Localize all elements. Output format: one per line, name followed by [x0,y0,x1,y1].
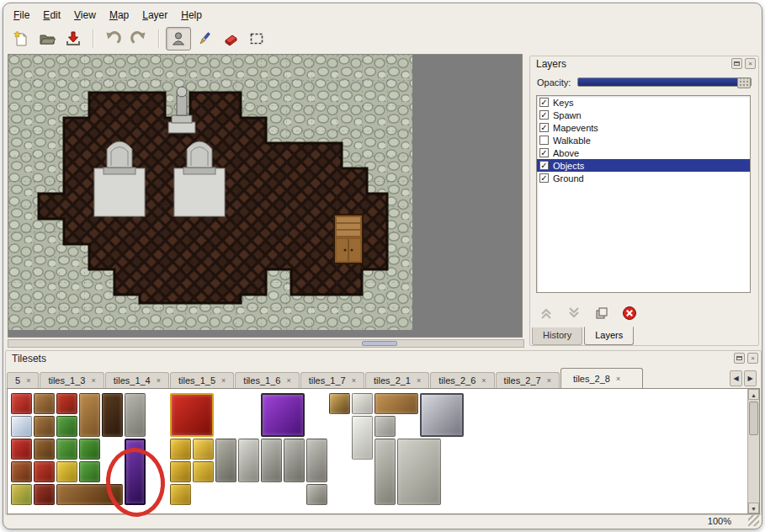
map-canvas[interactable] [8,54,523,338]
tileset-tab-tiles_2_1[interactable]: tiles_2_1× [365,372,429,388]
tile-purple-throne[interactable] [261,393,305,437]
tile-gold-bar[interactable] [170,484,191,505]
layer-visibility-checkbox[interactable]: ✓ [539,110,549,120]
tile-stone-urn[interactable] [306,484,327,505]
tab-close-icon[interactable]: × [286,376,290,385]
tileset-tab-tiles_1_4[interactable]: tiles_1_4× [105,372,169,388]
layer-row-walkable[interactable]: Walkable [537,134,750,146]
tab-close-icon[interactable]: × [26,376,30,385]
tab-close-icon[interactable]: × [547,376,551,385]
tile-stone-blocks[interactable] [397,439,441,505]
layer-row-objects[interactable]: ✓Objects [537,159,750,172]
tab-close-icon[interactable]: × [221,376,226,385]
tab-history[interactable]: History [532,327,582,345]
brush-tool-button[interactable] [192,27,217,51]
tile-stone-door[interactable] [125,393,146,437]
menu-layer[interactable]: Layer [135,7,174,24]
tileset-vscroll-handle[interactable] [749,402,758,435]
tileset-tab-tiles_2_6[interactable]: tiles_2_6× [430,372,494,388]
layer-visibility-checkbox[interactable]: ✓ [539,98,549,107]
tile-framed-picture[interactable] [329,393,350,414]
tileset-tab-tiles_1_7[interactable]: tiles_1_7× [300,372,364,388]
layers-panel-float-button[interactable] [731,58,742,69]
tile-book-stack[interactable] [11,461,32,482]
new-file-button[interactable] [8,27,34,51]
tile-silver-armor[interactable] [420,393,464,437]
tab-layers[interactable]: Layers [584,327,634,345]
tile-spinning-wheel-2[interactable] [34,416,55,437]
tileset-tab-tiles_2_8[interactable]: tiles_2_8× [560,368,643,388]
tileset-tab-tiles_1_6[interactable]: tiles_1_6× [235,372,299,388]
layer-visibility-checkbox[interactable]: ✓ [539,148,549,157]
layer-row-keys[interactable]: ✓Keys [537,96,750,109]
duplicate-layer-button[interactable] [592,304,612,322]
layer-visibility-checkbox[interactable]: ✓ [539,173,549,183]
menu-help[interactable]: Help [174,7,209,24]
tile-gold-treasure[interactable] [193,439,214,460]
layer-row-above[interactable]: ✓Above [537,146,750,159]
tile-dark-pot[interactable] [34,484,55,505]
tileset-tab-5[interactable]: 5× [7,372,39,388]
tile-potted-plant[interactable] [56,416,77,437]
raise-layer-button[interactable] [536,304,556,322]
tilesets-panel-close-button[interactable]: × [747,353,758,364]
scroll-up-button[interactable]: ▲ [748,389,759,400]
undo-button[interactable] [100,27,125,51]
tile-white-banner[interactable] [11,416,32,437]
scroll-tabs-right-button[interactable]: ▶ [744,370,757,386]
save-button[interactable] [61,27,86,51]
delete-layer-button[interactable] [619,304,640,322]
scroll-tabs-left-button[interactable]: ◀ [730,370,742,386]
open-button[interactable] [35,27,60,51]
tile-wyvern-statue[interactable] [306,439,327,482]
tile-gold-necklace[interactable] [170,461,191,482]
map-horizontal-scrollbar[interactable] [8,339,524,348]
tile-bananas[interactable] [56,461,77,482]
tile-potted-plant-2[interactable] [56,439,77,460]
layer-visibility-checkbox[interactable]: ✓ [539,123,549,132]
tile-boulder[interactable] [215,439,236,482]
tile-gold-banner[interactable] [11,484,32,505]
layers-panel-close-button[interactable]: × [745,58,756,69]
tile-gray-monument[interactable] [375,439,396,505]
tile-banner-emblem[interactable] [11,439,32,460]
tile-wooden-shelf[interactable] [79,393,100,437]
map-hscroll-handle[interactable] [362,341,397,346]
tab-close-icon[interactable]: × [616,375,620,383]
resize-grip[interactable] [748,515,759,526]
tile-white-obelisk[interactable] [352,416,373,460]
tile-gold-key[interactable] [170,439,191,460]
tilesets-panel-float-button[interactable] [734,353,745,364]
redo-button[interactable] [126,27,151,51]
tile-gargoyle-statue[interactable] [261,439,282,482]
tab-close-icon[interactable]: × [157,376,161,385]
opacity-slider[interactable] [577,77,752,87]
tile-gargoyle-statue-2[interactable] [284,439,305,482]
menu-map[interactable]: Map [103,7,135,24]
tab-close-icon[interactable]: × [417,376,421,385]
tile-angel-statue[interactable] [238,439,259,482]
tile-wooden-bench[interactable] [375,393,418,414]
tile-potted-plant-4[interactable] [79,461,100,482]
layer-visibility-checkbox[interactable] [539,136,549,145]
layer-row-spawn[interactable]: ✓Spawn [537,109,750,121]
layer-row-mapevents[interactable]: ✓Mapevents [537,121,750,134]
tab-close-icon[interactable]: × [352,376,356,385]
scroll-down-button[interactable]: ▼ [748,503,759,513]
layer-row-ground[interactable]: ✓Ground [537,172,750,184]
tile-bookshelf[interactable] [34,439,55,460]
tile-dark-door[interactable] [102,393,123,437]
tileset-tab-tiles_2_7[interactable]: tiles_2_7× [496,372,560,388]
eraser-tool-button[interactable] [218,27,243,51]
tile-red-pot-2[interactable] [34,461,55,482]
tile-banner-red[interactable] [11,393,32,414]
tile-potted-plant-3[interactable] [79,439,100,460]
menu-edit[interactable]: Edit [36,7,67,24]
tileset-tab-tiles_1_5[interactable]: tiles_1_5× [170,372,234,388]
lower-layer-button[interactable] [564,304,584,322]
tile-stone-pillar[interactable] [375,416,396,437]
menu-view[interactable]: View [67,7,103,24]
rect-select-tool-button[interactable] [244,27,269,51]
tab-close-icon[interactable]: × [91,376,95,385]
layer-visibility-checkbox[interactable]: ✓ [539,161,549,170]
